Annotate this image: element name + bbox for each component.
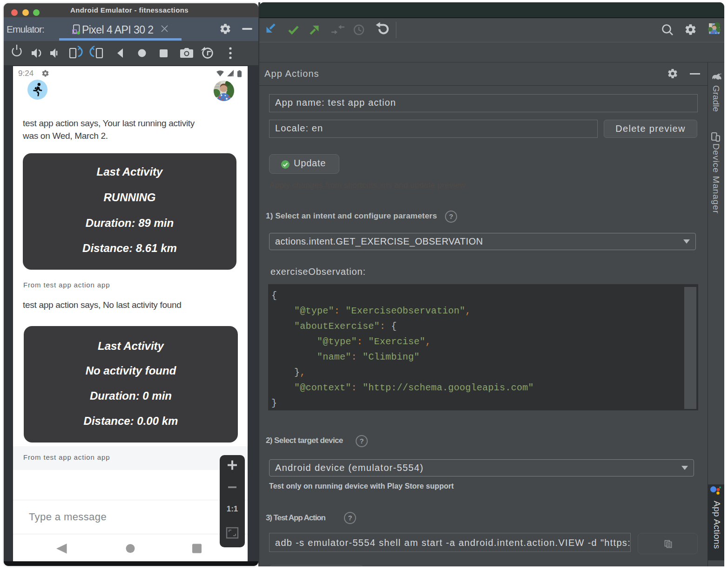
svg-text:1:1: 1:1 — [227, 504, 238, 513]
